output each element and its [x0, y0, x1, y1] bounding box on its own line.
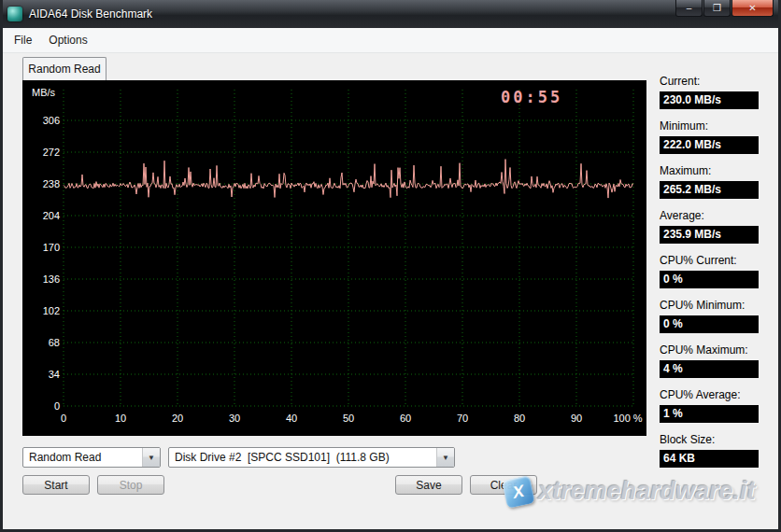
clear-button[interactable]: Clear	[470, 475, 537, 495]
stat-label: CPU% Average:	[660, 388, 759, 401]
stat-cpu-minimum: CPU% Minimum: 0 %	[660, 299, 759, 333]
maximize-button[interactable]: ❐	[703, 0, 731, 17]
maximize-icon: ❐	[713, 4, 721, 13]
stat-value: 1 %	[660, 405, 759, 423]
stat-value: 265.2 MB/s	[660, 181, 759, 199]
stat-label: CPU% Minimum:	[660, 299, 759, 312]
close-icon: ✕	[748, 4, 756, 13]
app-icon	[7, 7, 22, 21]
stat-value: 64 KB	[660, 450, 759, 468]
stat-label: CPU% Maximum:	[660, 343, 759, 357]
stat-label: Minimum:	[660, 119, 759, 133]
stat-label: Block Size:	[660, 433, 759, 446]
watermark: X xtremehardware.it	[504, 477, 756, 506]
stat-current: Current: 230.0 MB/s	[660, 75, 759, 109]
drive-select[interactable]: Disk Drive #2 [SPCC SSD101] (111.8 GB) ▼	[168, 447, 455, 468]
stat-label: CPU% Current:	[660, 254, 759, 267]
stat-value: 0 %	[660, 271, 759, 288]
menubar: File Options	[0, 28, 781, 53]
menu-item-file[interactable]: File	[6, 30, 40, 50]
chevron-down-icon: ▼	[436, 448, 454, 467]
aida64-window: AIDA64 Disk Benchmark – ❐ ✕ File Options…	[0, 0, 781, 532]
stat-cpu-average: CPU% Average: 1 %	[660, 388, 759, 423]
stop-button[interactable]: Stop	[97, 475, 164, 495]
window-title: AIDA64 Disk Benchmark	[29, 7, 152, 21]
stat-block-size: Block Size: 64 KB	[660, 433, 759, 468]
tab-label: Random Read	[28, 63, 100, 76]
stat-cpu-maximum: CPU% Maximum: 4 %	[660, 343, 759, 378]
y-axis-unit-label: MB/s	[32, 87, 55, 98]
start-button[interactable]: Start	[22, 475, 90, 495]
stat-value: 4 %	[660, 360, 759, 378]
stat-value: 222.0 MB/s	[660, 136, 759, 154]
stat-value: 235.9 MB/s	[660, 226, 759, 244]
window-controls: – ❐ ✕	[674, 0, 774, 17]
minimize-icon: –	[687, 4, 692, 13]
benchmark-chart	[22, 80, 646, 436]
stat-minimum: Minimum: 222.0 MB/s	[660, 119, 759, 154]
tab-random-read[interactable]: Random Read	[22, 57, 106, 80]
stat-label: Average:	[660, 209, 759, 222]
drive-select-value: Disk Drive #2 [SPCC SSD101] (111.8 GB)	[169, 451, 436, 464]
stat-average: Average: 235.9 MB/s	[660, 209, 759, 244]
benchmark-type-value: Random Read	[23, 451, 142, 464]
stat-value: 230.0 MB/s	[660, 91, 759, 109]
stat-cpu-current: CPU% Current: 0 %	[660, 254, 759, 288]
close-button[interactable]: ✕	[731, 0, 774, 17]
minimize-button[interactable]: –	[675, 0, 703, 17]
stats-panel: Current: 230.0 MB/s Minimum: 222.0 MB/s …	[660, 75, 759, 478]
stat-label: Current:	[660, 75, 759, 88]
stat-label: Maximum:	[660, 164, 759, 177]
save-button[interactable]: Save	[395, 475, 462, 495]
watermark-text: xtremehardware.it	[538, 477, 756, 506]
stat-maximum: Maximum: 265.2 MB/s	[660, 164, 759, 199]
chevron-down-icon: ▼	[142, 448, 160, 467]
elapsed-time-label: 00:55	[501, 88, 562, 106]
titlebar[interactable]: AIDA64 Disk Benchmark – ❐ ✕	[0, 0, 781, 28]
chart-panel: MB/s 00:55 30627223820417013610268340 01…	[22, 80, 646, 436]
menu-item-options[interactable]: Options	[40, 30, 95, 50]
benchmark-type-select[interactable]: Random Read ▼	[22, 447, 161, 468]
stat-value: 0 %	[660, 315, 759, 333]
